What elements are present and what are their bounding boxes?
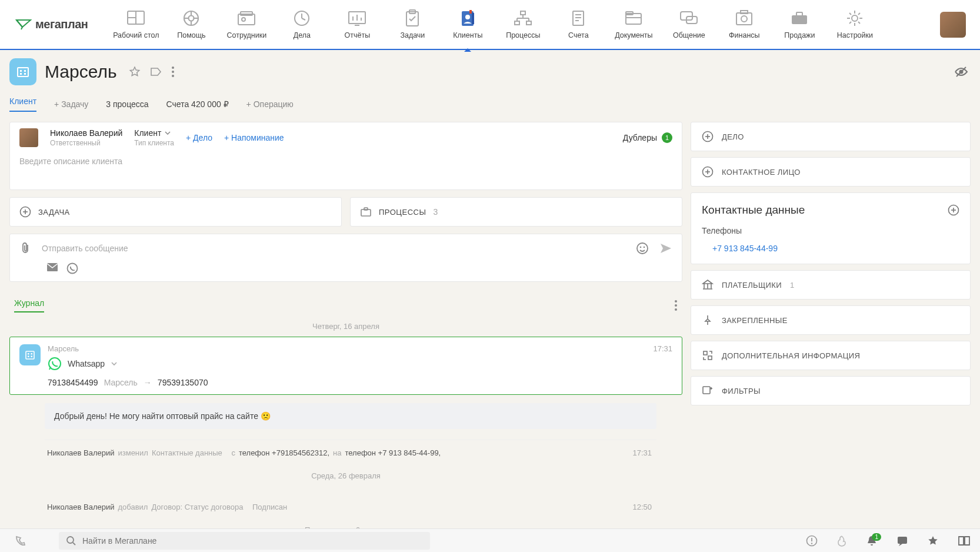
side-extra-info[interactable]: ДОПОЛНИТЕЛЬНАЯ ИНФОРМАЦИЯ	[691, 341, 971, 370]
responsible-card: Николаев Валерий Ответственный Клиент Ти…	[9, 122, 682, 190]
star-icon[interactable]	[129, 66, 141, 78]
whatsapp-channel-icon[interactable]	[66, 262, 78, 274]
svg-line-104	[73, 543, 75, 545]
star-bottom-icon[interactable]	[927, 535, 939, 547]
duplicates-count: 1	[662, 132, 672, 143]
side-filters[interactable]: ФИЛЬТРЫ	[691, 376, 971, 405]
tab-add-operation[interactable]: + Операцию	[246, 99, 294, 109]
svg-line-55	[858, 13, 860, 15]
global-search-input[interactable]	[82, 536, 423, 546]
add-contact-icon[interactable]	[948, 204, 959, 216]
svg-point-24	[465, 15, 470, 19]
log-entry: Николаев Валерий добавил Договор: Статус…	[45, 494, 656, 520]
top-nav: мегаплан Рабочий стол Помощь Сотрудники …	[0, 0, 980, 50]
tab-add-task[interactable]: + Задачу	[54, 99, 88, 109]
message-bubble: Добрый день! Не могу найти оптовый прайс…	[45, 403, 656, 429]
client-description-input[interactable]: Введите описание клиента	[10, 153, 682, 189]
svg-line-52	[849, 13, 851, 15]
nav-settings[interactable]: Настройки	[831, 9, 878, 39]
add-deal-link[interactable]: + Дело	[186, 133, 212, 142]
tab-processes[interactable]: 3 процесса	[106, 99, 148, 109]
brand-text: мегаплан	[35, 18, 88, 31]
to-number: 79539135070	[158, 378, 208, 387]
user-avatar[interactable]	[940, 12, 966, 38]
nav-finance[interactable]: Финансы	[721, 9, 768, 39]
side-add-contact-person[interactable]: КОНТАКТНОЕ ЛИЦО	[691, 157, 971, 187]
book-icon[interactable]	[958, 536, 971, 546]
plus-circle-icon	[702, 131, 714, 142]
bell-badge: 1	[872, 533, 881, 541]
nav-employees[interactable]: Сотрудники	[223, 9, 270, 39]
nav-invoices[interactable]: Счета	[555, 9, 602, 39]
app-logo[interactable]: мегаплан	[15, 18, 88, 31]
svg-rect-23	[472, 13, 474, 24]
svg-point-61	[172, 66, 174, 69]
responsible-avatar[interactable]	[19, 128, 38, 147]
emoji-icon[interactable]	[636, 242, 649, 255]
journal-tab[interactable]: Журнал	[14, 298, 44, 312]
svg-rect-99	[708, 356, 712, 360]
alert-icon[interactable]	[806, 535, 818, 547]
nav-sales[interactable]: Продажи	[776, 9, 823, 39]
side-payers[interactable]: ПЛАТЕЛЬЩИКИ 1	[691, 270, 971, 300]
nav-help[interactable]: Помощь	[168, 9, 215, 39]
from-number: 79138454499	[48, 378, 98, 387]
nav-tasks[interactable]: Задачи	[389, 9, 436, 39]
channel-dropdown[interactable]: Whatsapp	[48, 357, 646, 371]
side-pinned[interactable]: ЗАКРЕПЛЕННЫЕ	[691, 305, 971, 335]
chat-icon[interactable]	[896, 535, 908, 547]
send-icon[interactable]	[659, 242, 672, 254]
duplicates-indicator[interactable]: Дублеры 1	[623, 132, 672, 143]
visibility-off-icon[interactable]	[954, 65, 968, 78]
add-task-card[interactable]: ЗАДАЧА	[9, 197, 342, 227]
nav-chat[interactable]: Общение	[665, 9, 712, 39]
client-type-label: Тип клиента	[134, 139, 174, 147]
mail-channel-icon[interactable]	[46, 262, 58, 274]
attach-icon[interactable]	[19, 242, 31, 255]
whatsapp-entry[interactable]: Марсель Whatsapp 17:31 79138454499 Марсе…	[9, 337, 682, 395]
side-add-deal[interactable]: ДЕЛО	[691, 122, 971, 151]
tab-invoices[interactable]: Счета 420 000 ₽	[166, 99, 229, 109]
svg-line-53	[858, 22, 860, 24]
phone-link[interactable]: +7 913 845-44-99	[702, 244, 778, 253]
bell-icon[interactable]: 1	[866, 534, 878, 547]
svg-rect-108	[898, 537, 907, 544]
svg-line-14	[302, 18, 305, 20]
nav-desktop[interactable]: Рабочий стол	[112, 9, 159, 39]
plus-circle-icon	[19, 206, 31, 218]
contacts-title: Контактные данные	[702, 204, 959, 217]
journal-more-icon[interactable]	[674, 300, 678, 311]
processes-card[interactable]: ПРОЦЕССЫ 3	[350, 197, 682, 227]
date-separator: Четверг, 16 апреля	[9, 316, 682, 337]
journal-section: Журнал Четверг, 16 апреля Марсель	[9, 289, 682, 528]
svg-point-4	[189, 16, 194, 21]
more-icon[interactable]	[171, 66, 175, 78]
nav-clients[interactable]: Клиенты	[444, 9, 491, 39]
nav-processes[interactable]: Процессы	[499, 9, 546, 39]
nav-reports[interactable]: Отчёты	[334, 9, 381, 39]
svg-rect-28	[526, 21, 531, 25]
page-header: Марсель	[0, 50, 980, 94]
client-type-dropdown[interactable]: Клиент	[134, 128, 174, 138]
fire-icon[interactable]	[836, 535, 847, 547]
responsible-name[interactable]: Николаев Валерий	[50, 128, 122, 138]
phone-icon[interactable]	[9, 535, 49, 547]
add-reminder-link[interactable]: + Напоминание	[224, 133, 284, 142]
bank-icon	[702, 279, 714, 291]
nav-documents[interactable]: Документы	[610, 9, 657, 39]
log-entry: Николаев Валерий изменил Контактные данн…	[45, 440, 656, 465]
svg-rect-81	[31, 353, 33, 355]
entry-time: 17:31	[653, 344, 672, 353]
briefcase-icon	[360, 206, 372, 218]
global-search[interactable]	[59, 532, 430, 550]
message-input[interactable]	[42, 241, 625, 255]
nav-deals[interactable]: Дела	[278, 9, 325, 39]
tab-client[interactable]: Клиент	[9, 97, 36, 112]
tag-icon[interactable]	[150, 66, 162, 77]
svg-rect-98	[704, 351, 707, 355]
svg-rect-60	[24, 73, 26, 75]
svg-rect-83	[31, 356, 33, 358]
page-title: Марсель	[45, 62, 117, 82]
plus-circle-icon	[702, 166, 714, 178]
svg-line-54	[849, 22, 851, 24]
